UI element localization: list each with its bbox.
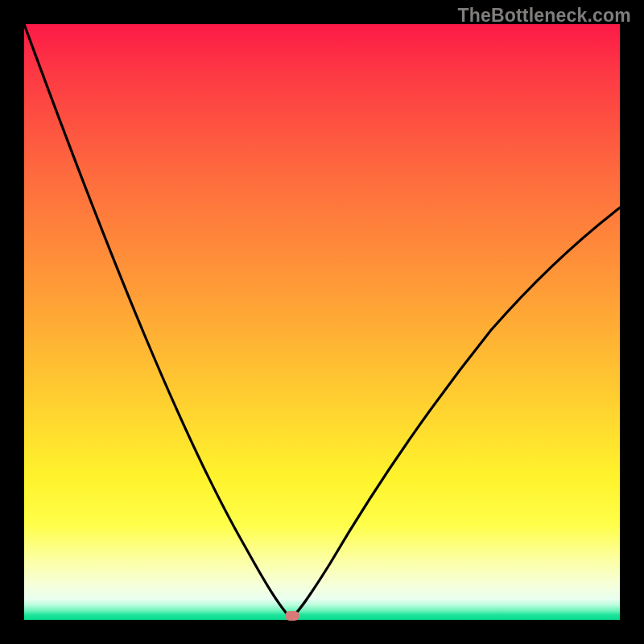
watermark-text: TheBottleneck.com bbox=[457, 5, 631, 27]
plot-area bbox=[24, 24, 620, 620]
chart-container: TheBottleneck.com bbox=[0, 0, 644, 644]
curve-path bbox=[24, 24, 620, 618]
minimum-marker bbox=[285, 611, 299, 621]
bottleneck-curve bbox=[24, 24, 620, 620]
